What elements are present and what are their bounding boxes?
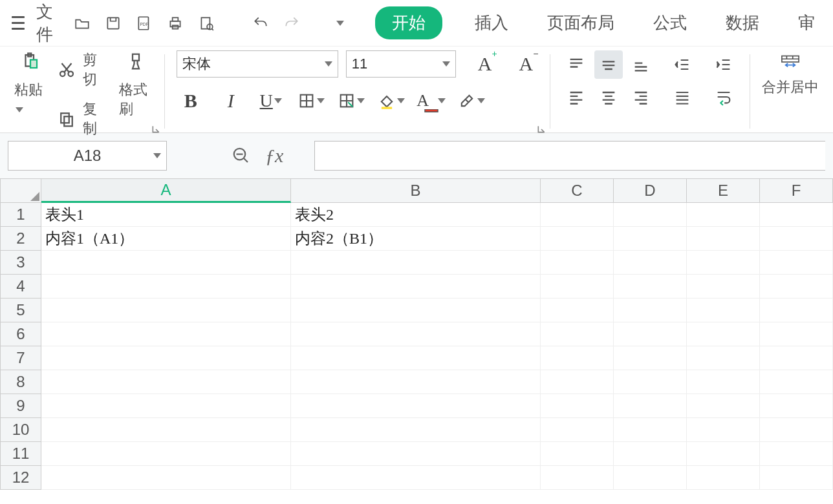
row-header[interactable]: 4 [0, 275, 41, 299]
clear-format-button[interactable] [457, 87, 486, 115]
cut-button[interactable]: 剪切 [57, 50, 101, 89]
fill-color-button[interactable] [377, 87, 406, 115]
cell[interactable] [41, 394, 291, 418]
cell[interactable] [541, 227, 614, 251]
cell[interactable] [614, 370, 687, 394]
shrink-font-button[interactable]: A− [519, 53, 539, 75]
row-header[interactable]: 7 [0, 346, 41, 370]
cell[interactable] [760, 370, 833, 394]
cell[interactable] [541, 203, 614, 227]
merge-center-button[interactable]: 合并居中 [753, 50, 828, 132]
cell[interactable] [614, 227, 687, 251]
cell[interactable] [291, 466, 541, 490]
cell[interactable] [41, 442, 291, 466]
copy-button[interactable]: 复制 [57, 100, 101, 138]
cell[interactable] [760, 322, 833, 346]
cell[interactable] [41, 251, 291, 275]
cell[interactable] [291, 370, 541, 394]
borders-button[interactable] [297, 87, 325, 115]
font-color-button[interactable]: A [417, 87, 446, 115]
cell[interactable] [41, 275, 291, 299]
cell[interactable] [541, 322, 614, 346]
col-header-D[interactable]: D [614, 178, 687, 203]
cell[interactable] [541, 370, 614, 394]
cell[interactable] [760, 275, 833, 299]
cell[interactable] [687, 442, 760, 466]
cell[interactable] [41, 466, 291, 490]
cell[interactable] [541, 251, 614, 275]
cell[interactable] [760, 442, 833, 466]
tab-page-layout[interactable]: 页面布局 [541, 8, 621, 38]
increase-indent-button[interactable] [709, 50, 738, 79]
cell[interactable] [614, 418, 687, 442]
font-name-select[interactable]: 宋体 [177, 50, 338, 78]
cell[interactable] [687, 394, 760, 418]
cell[interactable]: 表头2 [291, 203, 541, 227]
cell[interactable] [687, 346, 760, 370]
redo-icon[interactable] [282, 14, 301, 33]
cell[interactable] [291, 418, 541, 442]
cell[interactable] [687, 322, 760, 346]
cell[interactable] [291, 322, 541, 346]
decrease-indent-button[interactable] [668, 50, 697, 79]
cell[interactable] [41, 370, 291, 394]
cell[interactable] [614, 251, 687, 275]
wrap-text-button[interactable] [709, 83, 738, 111]
col-header-A[interactable]: A [41, 178, 291, 203]
name-box[interactable]: A18 [8, 141, 167, 171]
fx-icon[interactable]: ƒx [265, 145, 283, 167]
cell[interactable] [687, 418, 760, 442]
cell[interactable] [614, 442, 687, 466]
cell[interactable] [760, 227, 833, 251]
cell[interactable] [687, 251, 760, 275]
cell[interactable] [541, 275, 614, 299]
tab-review[interactable]: 审 [792, 8, 821, 38]
cell[interactable] [687, 370, 760, 394]
formula-input[interactable] [314, 141, 825, 171]
cell[interactable] [687, 275, 760, 299]
tab-start[interactable]: 开始 [375, 6, 442, 39]
qat-more-icon[interactable] [336, 21, 344, 26]
open-icon[interactable] [72, 14, 92, 33]
cell[interactable] [614, 275, 687, 299]
row-header[interactable]: 12 [0, 466, 41, 490]
cell[interactable] [541, 299, 614, 322]
row-header[interactable]: 8 [0, 370, 41, 394]
cell[interactable]: 内容2（B1） [291, 227, 541, 251]
col-header-B[interactable]: B [291, 178, 541, 203]
row-header[interactable]: 11 [0, 442, 41, 466]
cell[interactable] [614, 322, 687, 346]
cell[interactable] [614, 299, 687, 322]
hamburger-icon[interactable] [12, 16, 25, 30]
cell[interactable] [41, 322, 291, 346]
cell[interactable] [291, 394, 541, 418]
row-header[interactable]: 9 [0, 394, 41, 418]
align-bottom-button[interactable] [627, 50, 655, 79]
cell[interactable] [41, 418, 291, 442]
cell[interactable] [291, 346, 541, 370]
cell[interactable] [760, 394, 833, 418]
cell[interactable]: 表头1 [41, 203, 291, 227]
tab-formula[interactable]: 公式 [647, 8, 693, 38]
group-launcher-icon[interactable] [537, 125, 546, 134]
undo-icon[interactable] [251, 14, 270, 33]
pdf-icon[interactable]: PDF [135, 14, 154, 33]
group-launcher-icon[interactable] [151, 125, 160, 134]
cell[interactable] [541, 418, 614, 442]
justify-button[interactable] [668, 83, 697, 111]
paste-button[interactable]: 粘贴 [14, 50, 47, 116]
save-icon[interactable] [103, 14, 123, 33]
cell[interactable] [291, 251, 541, 275]
align-right-button[interactable] [627, 83, 655, 111]
bold-button[interactable]: B [177, 87, 205, 115]
row-header[interactable]: 3 [0, 251, 41, 275]
cell[interactable]: 内容1（A1） [41, 227, 291, 251]
tab-data[interactable]: 数据 [719, 8, 766, 38]
cell[interactable] [541, 466, 614, 490]
cell[interactable] [541, 394, 614, 418]
cell[interactable] [291, 275, 541, 299]
cell[interactable] [687, 299, 760, 322]
cell[interactable] [541, 442, 614, 466]
cell[interactable] [614, 203, 687, 227]
cell[interactable] [760, 299, 833, 322]
